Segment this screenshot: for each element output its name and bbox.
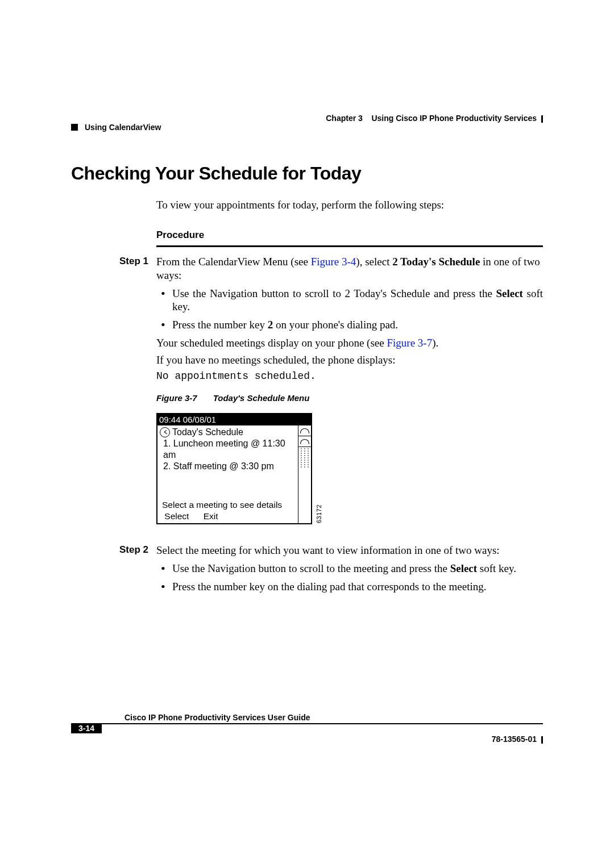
procedure-rule	[156, 245, 543, 247]
screen-title: Today's Schedule	[172, 427, 243, 438]
phone-hint: Select a meeting to see details	[160, 498, 296, 510]
doc-number: 78-13565-01	[492, 733, 543, 744]
step-2-label: Step 2	[119, 544, 156, 556]
figure-caption: Figure 3-7Today's Schedule Menu	[156, 393, 543, 404]
figure-title: Today's Schedule Menu	[213, 393, 310, 403]
clock-icon	[160, 427, 170, 437]
body: To view your appointments for today, per…	[156, 198, 543, 598]
xref-figure-3-4[interactable]: Figure 3-4	[311, 256, 356, 268]
header-bar-icon	[541, 115, 543, 123]
softkey-select[interactable]: Select	[160, 511, 194, 522]
page-footer: Cisco IP Phone Productivity Services Use…	[71, 713, 543, 744]
step-2-bullet-2: Press the number key on the dialing pad …	[156, 580, 516, 594]
step-2-bullet-1: Use the Navigation button to scroll to t…	[156, 562, 516, 575]
step-1-text: From the CalendarView Menu (see Figure 3…	[156, 255, 543, 282]
meeting-item-1: 1. Luncheon meeting @ 11:30 am	[163, 438, 296, 461]
footer-guide-title: Cisco IP Phone Productivity Services Use…	[125, 713, 543, 722]
running-header: Chapter 3 Using Cisco IP Phone Productiv…	[71, 114, 543, 132]
intro-text: To view your appointments for today, per…	[156, 198, 543, 212]
page-number: 3-14	[71, 723, 102, 733]
step-2-text: Select the meeting for which you want to…	[156, 544, 516, 557]
step-1-after-1: Your scheduled meetings display on your …	[156, 336, 543, 350]
softkey-empty-2	[262, 511, 296, 522]
phone-sidebar	[298, 425, 311, 523]
step-2-bullets: Use the Navigation button to scroll to t…	[156, 562, 516, 594]
softkey-empty-1	[228, 511, 262, 522]
page-title: Checking Your Schedule for Today	[71, 163, 543, 184]
header-right: Chapter 3 Using Cisco IP Phone Productiv…	[71, 114, 543, 123]
section-name: Using CalendarView	[85, 123, 161, 132]
phone-titlebar: 09:44 06/08/01	[157, 414, 311, 426]
step-1: Step 1 From the CalendarView Menu (see F…	[156, 255, 543, 541]
header-square-icon	[71, 124, 78, 131]
figure-id: 63172	[316, 504, 323, 523]
footer-bar-icon	[541, 736, 543, 744]
step-2: Step 2 Select the meeting for which you …	[156, 544, 543, 598]
figure-3-7: 09:44 06/08/01 Today's Schedule 1. Lunch…	[156, 413, 543, 525]
step-1-bullet-2: Press the number key 2 on your phone's d…	[156, 318, 543, 332]
figure-number: Figure 3-7	[156, 393, 197, 403]
footer-rule	[102, 723, 543, 724]
softkey-exit[interactable]: Exit	[194, 511, 228, 522]
chapter-title: Using Cisco IP Phone Productivity Servic…	[371, 114, 537, 123]
phone-line-icon	[300, 428, 309, 433]
phone-screen: 09:44 06/08/01 Today's Schedule 1. Lunch…	[156, 413, 312, 525]
code-output: No appointments scheduled.	[156, 370, 543, 383]
procedure-label: Procedure	[156, 229, 543, 241]
phone-line-icon	[300, 439, 309, 444]
step-1-label: Step 1	[119, 255, 156, 267]
step-1-bullet-1: Use the Navigation button to scroll to 2…	[156, 287, 543, 314]
chapter-number: Chapter 3	[326, 114, 363, 123]
step-1-bullets: Use the Navigation button to scroll to 2…	[156, 287, 543, 332]
meeting-item-2: 2. Staff meeting @ 3:30 pm	[163, 461, 296, 472]
xref-figure-3-7[interactable]: Figure 3-7	[387, 337, 432, 349]
step-1-after-2: If you have no meetings scheduled, the p…	[156, 353, 543, 367]
page-content: Chapter 3 Using Cisco IP Phone Productiv…	[71, 114, 543, 600]
scroll-indicator-icon	[301, 448, 309, 469]
phone-datetime: 09:44 06/08/01	[159, 415, 216, 425]
